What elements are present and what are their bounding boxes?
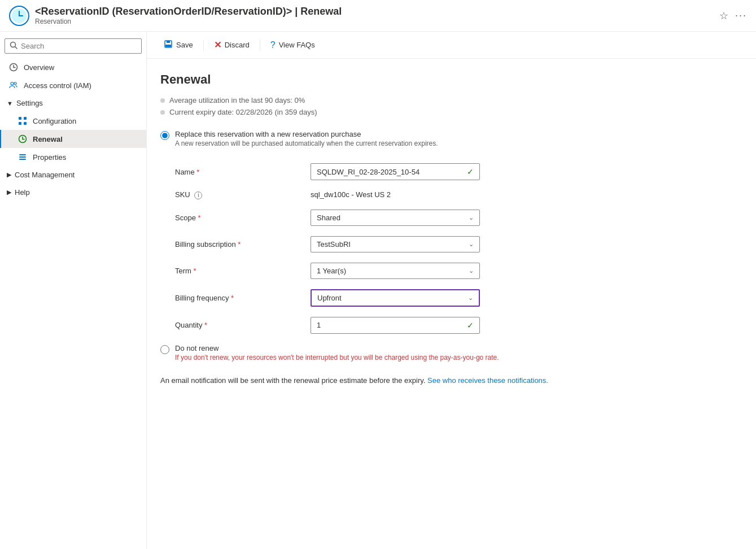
view-faqs-button[interactable]: ? View FAQs [265,37,321,54]
quantity-input[interactable]: 1 ✓ [311,317,480,334]
sidebar-item-renewal-label: Renewal [33,135,139,143]
save-button[interactable]: Save [158,36,199,54]
svg-rect-16 [165,45,171,47]
do-not-renew-label-wrap: Do not renew If you don't renew, your re… [175,344,499,361]
sidebar-item-iam-label: Access control (IAM) [24,81,139,90]
sidebar-group-help[interactable]: ▶ Help [0,184,146,201]
main-layout: Overview Access control (IAM) ▼ Settings [0,32,756,549]
search-box[interactable] [5,38,142,54]
billing-sub-chevron-icon: ⌄ [469,241,474,248]
svg-rect-13 [19,159,26,160]
sidebar-group-help-label: Help [15,188,30,197]
info-bullet-utilization: Average utilization in the last 90 days:… [160,96,675,104]
renewal-icon [17,134,28,143]
sidebar-item-renewal[interactable]: Renewal [0,130,146,148]
form-row-name: Name * SQLDW_RI_02-28-2025_10-54 ✓ [175,163,675,180]
email-notice-text: An email notification will be sent with … [160,376,425,385]
header-text-wrap: <ReservationID (ReservationOrderID/Reser… [35,6,719,25]
sku-label: SKU i [175,190,311,199]
scope-value: Shared [317,213,340,222]
faq-icon: ? [270,40,276,50]
toolbar-divider-2 [260,40,260,51]
do-not-renew-title: Do not renew [175,344,499,352]
iam-icon [8,81,19,90]
name-value: SQLDW_RI_02-28-2025_10-54 [317,168,462,176]
form-row-scope: Scope * Shared ⌄ [175,210,675,226]
sidebar-group-settings[interactable]: ▼ Settings [0,94,146,112]
billing-freq-required-star: * [231,294,234,302]
svg-rect-6 [19,117,21,120]
sidebar-item-iam[interactable]: Access control (IAM) [0,76,146,94]
save-icon [164,40,173,50]
billing-sub-label: Billing subscription * [175,240,311,249]
toolbar-divider-1 [203,40,204,51]
sidebar-item-properties-label: Properties [33,153,139,162]
sidebar: Overview Access control (IAM) ▼ Settings [0,32,147,549]
search-icon [10,41,18,51]
do-not-renew-desc: If you don't renew, your resources won't… [175,354,499,361]
configuration-icon [17,116,28,125]
billing-sub-value: TestSubRI [317,240,351,249]
header-icon [9,6,29,26]
name-check-icon: ✓ [467,167,474,176]
billing-sub-select[interactable]: TestSubRI ⌄ [311,236,480,252]
quantity-label: Quantity * [175,321,311,329]
discard-label: Discard [225,41,250,49]
form-row-billing-sub: Billing subscription * TestSubRI ⌄ [175,236,675,252]
expiry-text: Current expiry date: 02/28/2026 (in 359 … [169,108,317,116]
sidebar-item-configuration[interactable]: Configuration [0,112,146,130]
form-section: Name * SQLDW_RI_02-28-2025_10-54 ✓ SKU i… [175,163,675,334]
term-required-star: * [194,267,196,275]
sidebar-group-cost-management[interactable]: ▶ Cost Management [0,166,146,184]
scope-chevron-icon: ⌄ [469,214,474,221]
cost-mgmt-chevron-icon: ▶ [7,171,11,178]
svg-point-4 [11,82,14,85]
do-not-renew-radio-button[interactable] [160,345,169,354]
name-input[interactable]: SQLDW_RI_02-28-2025_10-54 ✓ [311,163,480,180]
form-row-sku: SKU i sql_dw100c - West US 2 [175,190,675,199]
sidebar-item-properties[interactable]: Properties [0,148,146,166]
svg-point-5 [14,82,16,85]
billing-freq-label: Billing frequency * [175,294,311,302]
quantity-required-star: * [204,321,207,329]
term-select[interactable]: 1 Year(s) ⌄ [311,263,480,279]
info-bullet-expiry: Current expiry date: 02/28/2026 (in 359 … [160,108,675,116]
toolbar: Save ✕ Discard ? View FAQs [147,32,756,59]
discard-icon: ✕ [214,40,221,50]
bullet-dot-1 [160,98,165,103]
sku-value: sql_dw100c - West US 2 [311,190,391,199]
replace-option-desc: A new reservation will be purchased auto… [175,140,438,147]
favorite-star-icon[interactable]: ☆ [719,10,728,22]
help-chevron-icon: ▶ [7,189,11,196]
billing-freq-select[interactable]: Upfront ⌄ [311,289,480,307]
replace-radio-button[interactable] [160,131,169,140]
term-chevron-icon: ⌄ [469,267,474,274]
scope-select[interactable]: Shared ⌄ [311,210,480,226]
replace-option: Replace this reservation with a new rese… [160,130,675,147]
properties-icon [17,152,28,162]
email-notice-link[interactable]: See who receives these notifications. [427,376,548,385]
svg-rect-11 [19,154,26,155]
replace-option-title: Replace this reservation with a new rese… [175,130,438,138]
discard-button[interactable]: ✕ Discard [208,36,255,54]
sidebar-item-overview[interactable]: Overview [0,58,146,76]
do-not-renew-option: Do not renew If you don't renew, your re… [160,344,675,361]
billing-freq-chevron-icon: ⌄ [468,294,473,302]
search-input[interactable] [21,42,137,50]
svg-rect-7 [19,122,21,125]
name-label: Name * [175,168,311,176]
sku-info-icon[interactable]: i [194,191,202,199]
top-header: <ReservationID (ReservationOrderID/Reser… [0,0,756,32]
content-area: Save ✕ Discard ? View FAQs Renewal Avera… [147,32,756,549]
name-required-star: * [196,168,199,176]
more-options-icon[interactable]: ··· [735,10,747,21]
term-label: Term * [175,267,311,275]
scope-required-star: * [198,213,201,222]
header-title: <ReservationID (ReservationOrderID/Reser… [35,6,719,18]
header-actions: ☆ ··· [719,10,747,22]
sidebar-group-settings-label: Settings [16,99,43,107]
svg-rect-12 [19,156,26,158]
form-row-term: Term * 1 Year(s) ⌄ [175,263,675,279]
svg-rect-8 [24,117,27,120]
quantity-value: 1 [317,321,462,329]
